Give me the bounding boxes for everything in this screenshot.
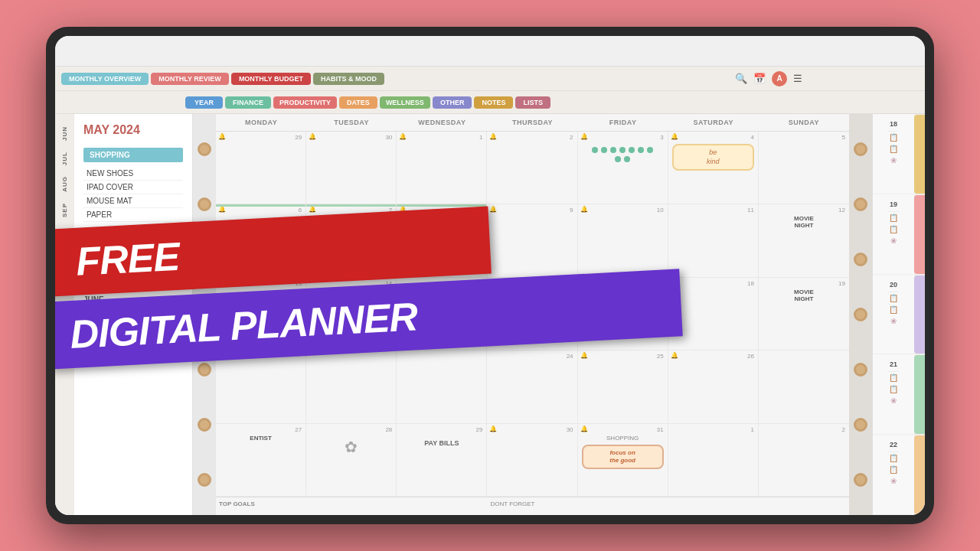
menu-icon[interactable]: ☰ (793, 73, 802, 84)
top-bar (55, 36, 925, 67)
tab-other[interactable]: OTHER (433, 96, 472, 109)
cal-cell-2[interactable]: 🔔 2 (487, 132, 577, 204)
header-monday: MONDAY (216, 114, 306, 131)
cal-cell-17[interactable]: 17 (578, 278, 668, 350)
panel-icon-12: ❀ (889, 395, 898, 406)
cal-cell-22[interactable] (397, 350, 487, 422)
quote-text: unless you do (83, 260, 183, 269)
panel-icon-5: 📋 (887, 223, 900, 235)
cal-cell-29[interactable]: 🔔 29 (216, 132, 306, 204)
cal-cell-20[interactable] (216, 350, 306, 422)
bell-icon: 🔔 (309, 133, 316, 140)
cal-cell-14[interactable]: 14 (306, 278, 397, 350)
main-content: JUN JUL AUG SEP FEB MAR MAY 2024 SHOPPIN… (55, 114, 925, 515)
cal-cell-11[interactable]: 11 (668, 204, 759, 276)
tab-notes[interactable]: NOTES (474, 96, 513, 109)
dentist-text: ENTIST (220, 435, 302, 442)
cal-cell-4[interactable]: 🔔 4 bekind (668, 132, 759, 204)
month-tab-jun[interactable]: JUN (59, 122, 70, 145)
cal-cell-19[interactable]: 19 MOVIENIGHT (759, 278, 849, 350)
binder-rings-left (193, 114, 216, 515)
cal-cell-30[interactable]: 🔔 30 (306, 132, 397, 204)
cal-cell-13[interactable]: 13 (216, 278, 306, 350)
tab-dates[interactable]: DATES (339, 96, 377, 109)
cal-cell-10[interactable]: 🔔 10 (578, 204, 668, 276)
shopping-text: SHOPPING (582, 435, 664, 442)
sidebar-item-ipad: IPAD COVER (83, 181, 183, 194)
bell-icon: 🔔 (580, 425, 588, 432)
cal-cell-5[interactable]: 5 (759, 132, 849, 204)
right-cell-21: 21 📋 📋 ❀ (873, 354, 914, 435)
cal-cell-30b[interactable]: 🔔 30 (487, 424, 577, 496)
panel-icon-1: 📋 (887, 132, 900, 143)
panel-icon-6: ❀ (889, 235, 898, 246)
bottom-forget: DONT FORGET (487, 497, 577, 515)
tab-lists[interactable]: LISTS (515, 96, 550, 109)
cal-cell-26[interactable]: 🔔 26 (668, 350, 759, 422)
be-kind-sticker: bekind (672, 144, 754, 171)
cal-cell-12[interactable]: 12 MOVIENIGHT (759, 204, 849, 276)
cal-cell-3[interactable]: 🔔 3 (578, 132, 668, 204)
bottom-goals: TOP GOALS (216, 497, 306, 515)
month-tab-sep[interactable]: SEP (59, 198, 70, 222)
planner-sidebar: MAY 2024 SHOPPING NEW SHOES IPAD COVER M… (74, 114, 193, 515)
ipad-screen: MONTHLY OVERVIEW MONTHLY REVIEW MONTHLY … (55, 36, 925, 515)
user-avatar[interactable]: A (772, 71, 787, 86)
header-saturday: SATURDAY (668, 114, 759, 131)
tab-year[interactable]: YEAR (185, 96, 223, 109)
tab-productivity[interactable]: PRODUCTIVITY (273, 96, 337, 109)
header-wednesday: WEDNESDAY (397, 114, 487, 131)
calendar-row-3: 13 14 17 18 (216, 278, 849, 350)
month-tab-aug[interactable]: AUG (59, 171, 70, 197)
cal-cell-7[interactable]: 🔔 7 (306, 204, 397, 276)
cal-cell-8[interactable]: 🔔 8 (397, 204, 487, 276)
bell-icon: 🔔 (489, 425, 497, 432)
tab-wellness[interactable]: WELLNESS (380, 96, 430, 109)
ring-3 (198, 253, 211, 266)
cal-cell-25[interactable]: 🔔 25 (578, 350, 668, 422)
pay-bills-text: PAY BILLS (400, 439, 482, 447)
cal-cell-9[interactable]: 🔔 9 (487, 204, 577, 276)
sticker-tab-1 (914, 115, 925, 194)
ring-r5 (854, 363, 867, 377)
bell-icon: 🔔 (580, 206, 588, 213)
sidebar-item-mousemat: MOUSE MAT (83, 194, 183, 208)
header-sunday: SUNDAY (759, 114, 849, 131)
cal-cell-2b[interactable]: 2 (759, 424, 849, 496)
right-cell-22: 22 📋 📋 ❀ (873, 435, 914, 515)
tab-monthly-budget[interactable]: MONTHLY BUDGET (231, 73, 311, 85)
cal-cell-27[interactable]: 27 ENTIST (216, 424, 306, 496)
bell-icon: 🔔 (218, 133, 226, 140)
month-tab-mar[interactable]: MAR (59, 249, 70, 274)
calendar-row-4: 24 🔔 25 🔔 26 (216, 350, 849, 423)
cal-cell-24[interactable]: 24 (487, 350, 577, 422)
right-cell-20: 20 📋 📋 ❀ (873, 275, 914, 355)
cal-cell-15[interactable] (397, 278, 487, 350)
month-tab-feb[interactable]: FEB (59, 223, 70, 247)
tab-monthly-review[interactable]: MONTHLY REVIEW (151, 73, 229, 85)
cal-cell-1[interactable]: 🔔 1 (397, 132, 487, 204)
focus-sticker: focus onthe good (582, 445, 664, 470)
bell-icon: 🔔 (580, 352, 588, 359)
calendar-icon[interactable]: 📅 (753, 73, 766, 84)
bell-icon: 🔔 (671, 133, 678, 140)
tab-finance[interactable]: FINANCE (225, 96, 271, 109)
ring-r4 (854, 308, 867, 321)
cal-cell-28[interactable]: 28 ✿ (306, 424, 397, 496)
cal-cell-29b[interactable]: 29 PAY BILLS (397, 424, 487, 496)
cal-cell-16[interactable] (487, 278, 577, 350)
cal-cell-31[interactable]: 🔔 31 SHOPPING focus onthe good (578, 424, 668, 496)
bell-icon: 🔔 (580, 133, 588, 140)
cal-cell-18[interactable]: 18 (668, 278, 759, 350)
tab-habits-mood[interactable]: HABITS & MOOD (313, 73, 384, 85)
cal-cell-1b[interactable]: 1 (668, 424, 759, 496)
cal-cell-26b[interactable] (759, 350, 849, 422)
search-icon[interactable]: 🔍 (735, 73, 747, 84)
cal-cell-21[interactable] (306, 350, 397, 422)
tab-monthly-overview[interactable]: MONTHLY OVERVIEW (61, 73, 149, 85)
panel-icon-14: 📋 (887, 464, 900, 475)
ring-4 (198, 308, 211, 321)
month-tab-jul[interactable]: JUL (59, 147, 70, 170)
cal-cell-6[interactable]: 🔔 6 (216, 204, 306, 276)
panel-icon-9: ❀ (889, 315, 898, 327)
